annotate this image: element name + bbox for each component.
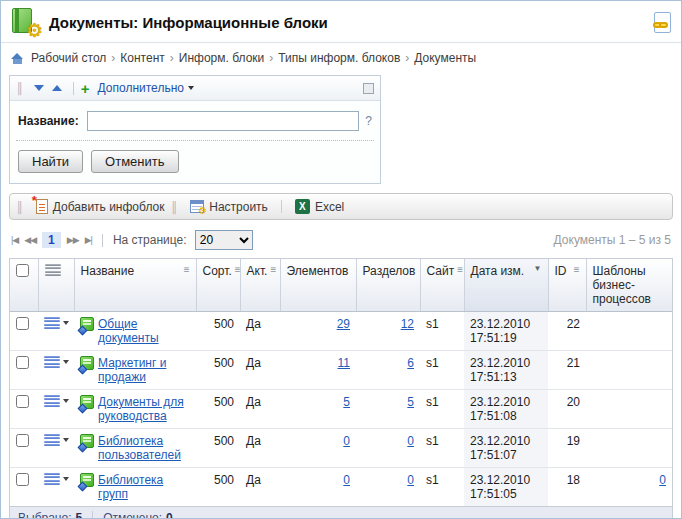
infoblock-name-link[interactable]: Библиотека групп [98,473,190,501]
excel-label: Excel [315,200,344,214]
chevron-down-icon [63,438,69,442]
column-menu-icon[interactable]: ≡ [574,264,580,275]
sections-count-link[interactable]: 0 [407,473,414,487]
breadcrumb-separator: › [111,51,115,65]
name-filter-input[interactable] [87,111,360,131]
excel-export-button[interactable]: X Excel [295,199,344,214]
row-checkbox[interactable] [16,395,29,408]
infoblock-icon [80,317,95,332]
sort-value: 500 [196,351,240,390]
sort-desc-icon[interactable]: ▼ [534,264,542,273]
column-header-modified[interactable]: Дата изм.▼ [464,259,548,312]
row-checkbox[interactable] [16,473,29,486]
row-checkbox[interactable] [16,434,29,447]
chevron-down-icon [63,477,69,481]
sections-count-link[interactable]: 5 [407,395,414,409]
site-value: s1 [420,468,464,507]
cancel-button[interactable]: Отменить [91,150,178,173]
table-row: Документы для руководства 500 Да 5 5 s1 … [10,390,672,429]
id-value: 20 [548,390,586,429]
page-header: ⚙ Документы: Информационные блоки [1,1,681,43]
column-header-name[interactable]: Название≡ [74,259,196,312]
infoblock-name-link[interactable]: Общие документы [98,317,190,345]
breadcrumb-item-desktop[interactable]: Рабочий стол [31,51,106,65]
chevron-down-icon [63,321,69,325]
id-value: 22 [548,312,586,351]
find-button[interactable]: Найти [18,150,83,173]
column-menu-icon[interactable]: ≡ [184,264,190,275]
row-menu-button[interactable] [44,473,68,485]
elements-count-link[interactable]: 0 [343,434,350,448]
configure-button[interactable]: ⚙ Настроить [190,200,268,214]
infoblock-book-gear-icon: ⚙ [11,7,41,37]
records-info: Документы 1 – 5 из 5 [554,233,671,247]
collapse-filter-icon[interactable] [34,85,44,91]
select-all-checkbox[interactable] [16,264,29,277]
elements-count-link[interactable]: 29 [337,317,350,331]
row-checkbox[interactable] [16,356,29,369]
column-header-sections[interactable]: Разделов [356,259,420,312]
breadcrumb-separator: › [405,51,409,65]
bp-templates-link[interactable]: 0 [659,473,666,487]
elements-count-link[interactable]: 5 [343,395,350,409]
column-menu-icon[interactable]: ≡ [235,264,241,275]
column-menu-icon[interactable]: ≡ [270,264,276,275]
modified-value: 23.12.201017:51:08 [464,390,548,429]
filter-more-button[interactable]: + Дополнительно [81,80,194,97]
row-checkbox[interactable] [16,317,29,330]
infoblock-name-link[interactable]: Документы для руководства [98,395,190,423]
breadcrumb-item-documents[interactable]: Документы [414,51,476,65]
filter-name-row: Название: ? [10,101,380,140]
breadcrumb: Рабочий стол › Контент › Информ. блоки ›… [1,43,681,73]
sections-count-link[interactable]: 6 [407,356,414,370]
breadcrumb-item-infoblock-types[interactable]: Типы информ. блоков [278,51,400,65]
sort-value: 500 [196,312,240,351]
help-icon[interactable]: ? [365,114,372,128]
active-value: Да [240,468,280,507]
home-icon[interactable] [11,53,24,64]
elements-count-link[interactable]: 11 [338,356,350,370]
first-page-icon[interactable]: |◀ [11,235,18,245]
column-header-sort[interactable]: Сорт.≡ [196,259,240,312]
drag-handle-icon[interactable]: ║ [16,201,23,213]
infoblock-icon [80,473,95,488]
table-row: Маркетинг и продажи 500 Да 11 6 s1 23.12… [10,351,672,390]
column-header-site[interactable]: Сайт≡ [420,259,464,312]
expand-filter-icon[interactable] [52,85,62,91]
filter-panel: ║ + Дополнительно Название: ? Найти Отме… [9,75,381,184]
sections-count-link[interactable]: 0 [407,434,414,448]
checked-count: 0 [166,511,173,519]
next-page-icon[interactable]: ▶▶ [67,235,79,245]
column-header-bp-templates[interactable]: Шаблоны бизнес-процессов [586,259,672,312]
configure-grid-icon: ⚙ [190,200,204,213]
page-title: Документы: Информационные блоки [49,14,654,31]
row-menu-button[interactable] [44,317,68,329]
column-header-elements[interactable]: Элементов [280,259,356,312]
toolbar-separator: ║ [170,201,177,213]
infoblock-name-link[interactable]: Маркетинг и продажи [98,356,190,384]
table-row: Общие документы 500 Да 29 12 s1 23.12.20… [10,312,672,351]
column-header-id[interactable]: ID≡ [548,259,586,312]
name-filter-label: Название: [18,114,79,128]
active-value: Да [240,312,280,351]
filter-settings-button[interactable] [363,83,374,94]
breadcrumb-item-infoblocks[interactable]: Информ. блоки [179,51,265,65]
last-page-icon[interactable]: ▶| [85,235,92,245]
active-value: Да [240,429,280,468]
prev-page-icon[interactable]: ◀◀ [24,235,36,245]
add-infoblock-button[interactable]: * Добавить инфоблок [36,199,165,214]
copy-link-icon[interactable] [654,12,671,33]
chevron-down-icon [63,399,69,403]
infoblock-name-link[interactable]: Библиотека пользователей [98,434,190,462]
column-menu-icon[interactable]: ≡ [457,264,463,275]
drag-handle-icon[interactable]: ║ [16,82,23,94]
row-menu-button[interactable] [44,356,68,368]
column-header-active[interactable]: Акт.≡ [240,259,280,312]
row-menu-button[interactable] [44,395,68,407]
breadcrumb-separator: › [269,51,273,65]
breadcrumb-item-content[interactable]: Контент [120,51,164,65]
per-page-select[interactable]: 20 [195,230,253,250]
sections-count-link[interactable]: 12 [401,317,414,331]
row-menu-button[interactable] [44,434,68,446]
elements-count-link[interactable]: 0 [343,473,350,487]
